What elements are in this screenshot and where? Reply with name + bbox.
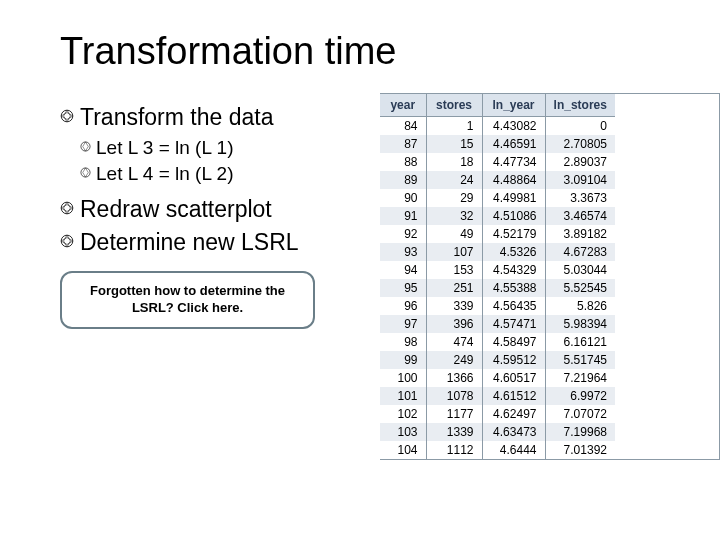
table-row: 89244.488643.09104 [380, 171, 615, 189]
table-cell: 1366 [426, 369, 482, 387]
table-cell: 4.57471 [482, 315, 545, 333]
table-cell: 15 [426, 135, 482, 153]
table-row: 952514.553885.52545 [380, 279, 615, 297]
aperture-icon [80, 167, 91, 178]
table-cell: 7.21964 [545, 369, 615, 387]
table-cell: 7.07072 [545, 405, 615, 423]
table-row: 87154.465912.70805 [380, 135, 615, 153]
table-cell: 18 [426, 153, 482, 171]
col-header: stores [426, 94, 482, 117]
table-row: 10411124.64447.01392 [380, 441, 615, 459]
table-cell: 49 [426, 225, 482, 243]
table-cell: 87 [380, 135, 426, 153]
table-cell: 1 [426, 117, 482, 136]
table-cell: 4.52179 [482, 225, 545, 243]
table-cell: 5.98394 [545, 315, 615, 333]
svg-point-2 [81, 167, 90, 176]
table-cell: 100 [380, 369, 426, 387]
col-header: ln_year [482, 94, 545, 117]
table-cell: 4.47734 [482, 153, 545, 171]
table-cell: 101 [380, 387, 426, 405]
svg-point-0 [61, 110, 73, 122]
aperture-icon [60, 234, 74, 248]
table-cell: 103 [380, 423, 426, 441]
table-cell: 6.9972 [545, 387, 615, 405]
table-cell: 1112 [426, 441, 482, 459]
table-row: 10313394.634737.19968 [380, 423, 615, 441]
table-cell: 1078 [426, 387, 482, 405]
table-row: 10110784.615126.9972 [380, 387, 615, 405]
table-cell: 339 [426, 297, 482, 315]
table-cell: 5.52545 [545, 279, 615, 297]
data-table: year stores ln_year ln_stores 8414.43082… [380, 94, 615, 459]
col-header: ln_stores [545, 94, 615, 117]
table-cell: 396 [426, 315, 482, 333]
slide-title: Transformation time [60, 30, 720, 73]
table-row: 88184.477342.89037 [380, 153, 615, 171]
table-cell: 3.46574 [545, 207, 615, 225]
table-cell: 153 [426, 261, 482, 279]
bullet-list: Transform the data Let L 3 = ln (L 1) Le… [60, 93, 380, 329]
svg-point-1 [81, 142, 90, 151]
table-cell: 4.62497 [482, 405, 545, 423]
table-cell: 104 [380, 441, 426, 459]
table-cell: 107 [426, 243, 482, 261]
bullet-item: Determine new LSRL [60, 228, 380, 257]
table-row: 92494.521793.89182 [380, 225, 615, 243]
table-cell: 92 [380, 225, 426, 243]
table-cell: 0 [545, 117, 615, 136]
table-cell: 4.6444 [482, 441, 545, 459]
table-cell: 474 [426, 333, 482, 351]
table-cell: 5.826 [545, 297, 615, 315]
table-cell: 4.43082 [482, 117, 545, 136]
table-cell: 94 [380, 261, 426, 279]
svg-point-4 [61, 235, 73, 247]
table-row: 941534.543295.03044 [380, 261, 615, 279]
table-cell: 1339 [426, 423, 482, 441]
table-cell: 4.60517 [482, 369, 545, 387]
table-cell: 4.56435 [482, 297, 545, 315]
table-cell: 95 [380, 279, 426, 297]
table-cell: 4.61512 [482, 387, 545, 405]
table-cell: 99 [380, 351, 426, 369]
aperture-icon [60, 201, 74, 215]
sub-bullet-item: Let L 3 = ln (L 1) [80, 136, 380, 160]
table-row: 984744.584976.16121 [380, 333, 615, 351]
bullet-text: Determine new LSRL [80, 228, 299, 257]
table-cell: 2.70805 [545, 135, 615, 153]
table-cell: 251 [426, 279, 482, 297]
callout-button[interactable]: Forgotten how to determine the LSRL? Cli… [60, 271, 315, 329]
bullet-item: Redraw scatterplot [60, 195, 380, 224]
bullet-item: Transform the data [60, 103, 380, 132]
table-cell: 1177 [426, 405, 482, 423]
table-cell: 249 [426, 351, 482, 369]
table-cell: 3.09104 [545, 171, 615, 189]
table-cell: 4.49981 [482, 189, 545, 207]
slide: Transformation time Transform the data L… [0, 0, 720, 540]
table-cell: 4.46591 [482, 135, 545, 153]
content-area: Transform the data Let L 3 = ln (L 1) Le… [60, 93, 720, 460]
table-cell: 93 [380, 243, 426, 261]
table-row: 931074.53264.67283 [380, 243, 615, 261]
table-cell: 102 [380, 405, 426, 423]
table-cell: 84 [380, 117, 426, 136]
table-cell: 4.5326 [482, 243, 545, 261]
table-cell: 96 [380, 297, 426, 315]
table-row: 963394.564355.826 [380, 297, 615, 315]
table-cell: 88 [380, 153, 426, 171]
svg-point-3 [61, 202, 73, 214]
col-header: year [380, 94, 426, 117]
table-cell: 5.51745 [545, 351, 615, 369]
table-cell: 4.58497 [482, 333, 545, 351]
sub-bullet-item: Let L 4 = ln (L 2) [80, 162, 380, 186]
table-row: 10013664.605177.21964 [380, 369, 615, 387]
table-cell: 7.01392 [545, 441, 615, 459]
table-cell: 6.16121 [545, 333, 615, 351]
bullet-text: Transform the data [80, 103, 273, 132]
table-cell: 4.55388 [482, 279, 545, 297]
table-cell: 4.54329 [482, 261, 545, 279]
aperture-icon [60, 109, 74, 123]
table-cell: 32 [426, 207, 482, 225]
table-cell: 4.67283 [545, 243, 615, 261]
sub-bullet-text: Let L 3 = ln (L 1) [96, 136, 233, 160]
